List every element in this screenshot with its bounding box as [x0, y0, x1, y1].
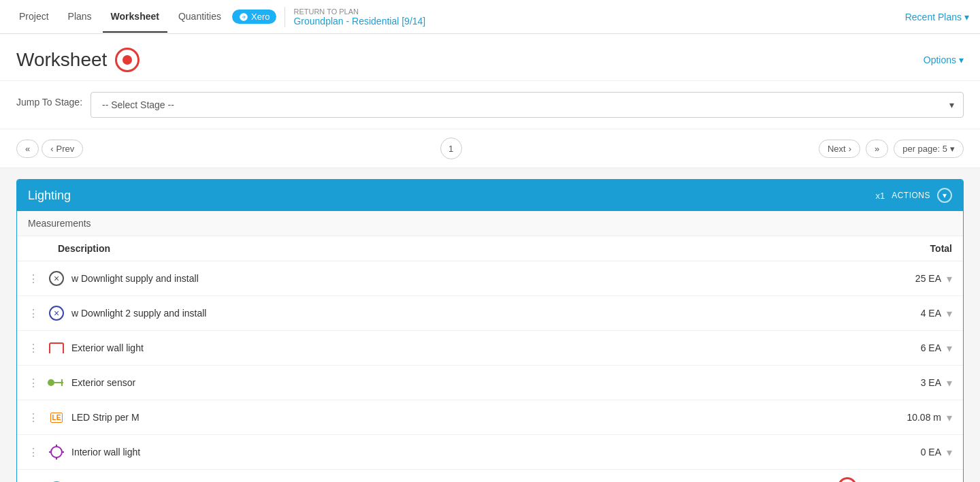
nav-quantities[interactable]: Quantities	[170, 1, 229, 33]
interior-wall-light-icon	[47, 443, 66, 462]
led-strip-icon: LE	[47, 408, 66, 427]
row-description: Interior wall light	[71, 447, 879, 457]
col-total-header: Total	[930, 243, 952, 254]
measurements-label: Measurements	[17, 211, 963, 236]
table-row: ⋮ Interior wall light 0 EA ▾	[17, 435, 963, 470]
next-page-button[interactable]: Next ›	[819, 140, 860, 158]
drag-handle-icon[interactable]: ⋮	[28, 342, 42, 355]
pagination-right: Next › » per page: 5 ▾	[819, 140, 964, 158]
return-label: RETURN TO PLAN	[293, 7, 425, 16]
return-to-plan: RETURN TO PLAN Groundplan - Residential …	[293, 7, 425, 27]
row-description: Exterior wall light	[71, 342, 879, 353]
plan-link[interactable]: Groundplan - Residential [9/14]	[293, 16, 425, 27]
table-row: ⋮ Downlight LED (tilt) 0 EA ▾	[17, 470, 963, 482]
teal-circle-icon	[47, 479, 66, 482]
drag-handle-icon[interactable]: ⋮	[28, 411, 42, 424]
pagination-row: « ‹ Prev 1 Next › » per page: 5 ▾	[0, 129, 980, 168]
stage-select[interactable]: -- Select Stage --	[91, 92, 964, 118]
col-description-header: Description	[58, 243, 110, 254]
per-page-button[interactable]: per page: 5 ▾	[894, 140, 964, 158]
row-total: 6 EA ▾	[884, 342, 952, 355]
table-row: ⋮ w Downlight 2 supply and install 4 EA …	[17, 296, 963, 331]
svg-point-4	[51, 447, 62, 457]
row-expand-icon[interactable]: ▾	[947, 411, 952, 424]
last-page-button[interactable]: »	[866, 140, 888, 158]
lighting-title: Lighting	[28, 189, 71, 203]
row-expand-icon[interactable]: ▾	[947, 446, 952, 459]
downlight-icon	[47, 269, 66, 288]
row-total: 3 EA ▾	[884, 376, 952, 389]
nav-project[interactable]: Project	[11, 1, 57, 33]
top-navigation: Project Plans Worksheet Quantities Xero …	[0, 0, 980, 34]
row-total: 10.08 m ▾	[884, 411, 952, 424]
row-description: LED Strip per M	[71, 412, 879, 423]
downlight2-icon	[47, 304, 66, 323]
page-header: Worksheet Options ▾	[0, 34, 980, 81]
page-title: Worksheet	[16, 49, 107, 71]
x1-badge: x1	[875, 191, 885, 201]
table-row: ⋮ Exterior sensor 3 EA ▾	[17, 366, 963, 400]
row-description: Exterior sensor	[71, 377, 879, 388]
actions-down-icon: ▾	[943, 191, 947, 200]
record-icon	[115, 48, 140, 72]
xero-label: Xero	[251, 12, 270, 22]
chevron-right-icon: ›	[849, 144, 851, 154]
per-page-chevron-icon: ▾	[950, 144, 955, 154]
page-title-row: Worksheet	[16, 48, 140, 72]
nav-divider	[284, 7, 285, 27]
drag-handle-icon[interactable]: ⋮	[28, 446, 42, 459]
stage-section: Jump To Stage: -- Select Stage -- ▾	[0, 81, 980, 129]
nav-plans[interactable]: Plans	[60, 1, 100, 33]
recent-plans-button[interactable]: Recent Plans ▾	[905, 12, 969, 22]
nav-worksheet[interactable]: Worksheet	[103, 1, 167, 33]
row-description: w Downlight 2 supply and install	[71, 308, 879, 319]
row-expand-icon[interactable]: ▾	[947, 307, 952, 320]
row-total: 25 EA ▾	[884, 272, 952, 285]
drag-handle-icon[interactable]: ⋮	[28, 307, 42, 320]
main-content: Lighting x1 ACTIONS ▾ Measurements Descr…	[0, 168, 980, 482]
wall-light-icon	[47, 338, 66, 357]
drag-handle-icon[interactable]: ⋮	[28, 376, 42, 389]
row-expand-icon[interactable]: ▾	[947, 272, 952, 285]
current-page-number: 1	[440, 138, 462, 159]
table-header: Description Total	[17, 236, 963, 261]
stage-select-wrapper: -- Select Stage -- ▾	[91, 92, 964, 118]
prev-page-button[interactable]: ‹ Prev	[42, 140, 83, 158]
actions-text: ACTIONS	[892, 191, 930, 200]
row-expand-icon[interactable]: ▾	[947, 342, 952, 355]
lighting-actions-area: x1 ACTIONS ▾	[875, 188, 952, 203]
table-row: ⋮ w Downlight supply and install 25 EA ▾	[17, 261, 963, 296]
lighting-section: Lighting x1 ACTIONS ▾ Measurements Descr…	[16, 179, 964, 482]
stage-label: Jump To Stage:	[16, 97, 82, 108]
row-total: 4 EA ▾	[884, 307, 952, 320]
first-page-button[interactable]: «	[16, 140, 39, 158]
xero-badge[interactable]: Xero	[232, 10, 276, 24]
record-icon-inner	[122, 55, 132, 65]
row-expand-icon[interactable]: ▾	[947, 376, 952, 389]
chevron-left-icon: ‹	[50, 144, 53, 154]
sensor-icon	[47, 373, 66, 392]
table-row: ⋮ Exterior wall light 6 EA ▾	[17, 331, 963, 366]
drag-handle-icon[interactable]: ⋮	[28, 272, 42, 285]
row-description: w Downlight supply and install	[71, 273, 879, 284]
actions-circle-button[interactable]: ▾	[937, 188, 952, 203]
svg-point-1	[48, 379, 54, 386]
row-total: 0 EA ▾	[884, 446, 952, 459]
lighting-header: Lighting x1 ACTIONS ▾	[17, 180, 963, 211]
table-row: ⋮ LE LED Strip per M 10.08 m ▾	[17, 400, 963, 435]
options-button[interactable]: Options ▾	[924, 54, 964, 65]
nav-links: Project Plans Worksheet Quantities Xero	[11, 1, 276, 33]
pagination-left: « ‹ Prev	[16, 140, 83, 158]
map-pin-icon	[838, 477, 857, 482]
